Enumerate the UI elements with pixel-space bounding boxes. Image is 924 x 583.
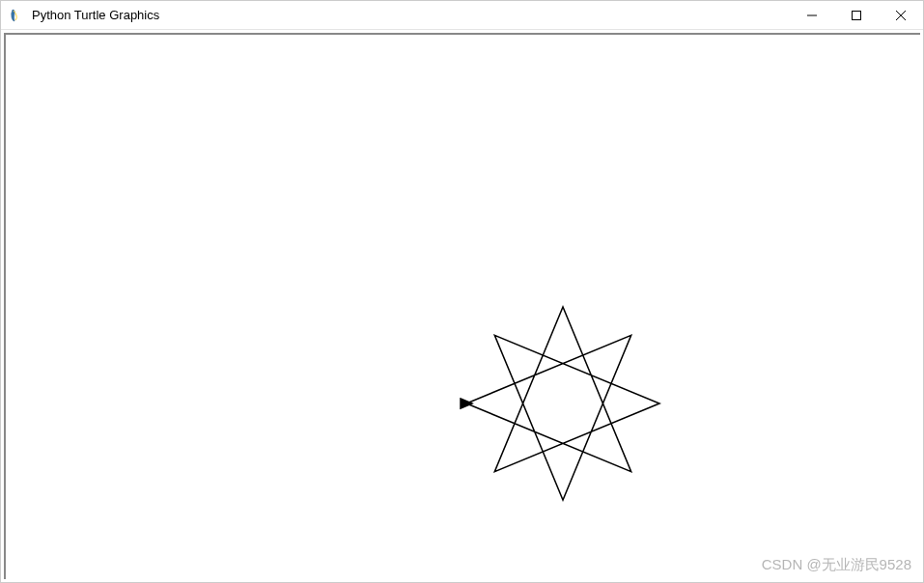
window-title: Python Turtle Graphics <box>32 8 790 22</box>
python-feather-icon <box>9 8 24 23</box>
maximize-button[interactable] <box>834 1 879 30</box>
close-button[interactable] <box>879 1 923 30</box>
maximize-icon <box>852 11 861 20</box>
turtle-canvas <box>4 33 920 579</box>
minimize-button[interactable] <box>790 1 834 30</box>
content-area <box>1 30 923 582</box>
minimize-icon <box>807 11 817 20</box>
titlebar[interactable]: Python Turtle Graphics <box>1 1 923 30</box>
svg-marker-5 <box>461 399 472 408</box>
window-controls <box>790 1 923 29</box>
turtle-drawing <box>6 35 920 579</box>
close-icon <box>896 11 906 20</box>
app-window: Python Turtle Graphics <box>0 0 924 583</box>
svg-rect-1 <box>853 12 861 20</box>
